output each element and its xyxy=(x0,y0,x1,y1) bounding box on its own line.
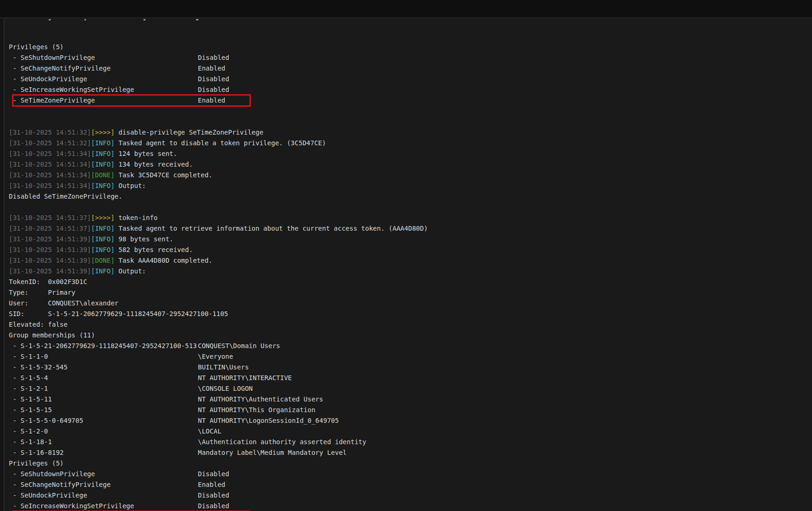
console-line xyxy=(5,202,812,213)
log-tag: [INFO] xyxy=(91,225,115,232)
log-tag: [>>>>] xyxy=(91,214,115,221)
console-line: [31-10-2025 14:51:34][DONE]Task 3C5D47CE… xyxy=(5,170,812,181)
clipped-line-fragments xyxy=(4,19,812,21)
log-tag: [INFO] xyxy=(91,267,115,275)
console-line: SID: S-1-5-21-2062779629-1118245407-2952… xyxy=(5,309,812,319)
log-message: Tasked agent to disable a token privileg… xyxy=(115,139,326,147)
item-value: \LOCAL xyxy=(198,426,222,437)
console-line: - S-1-18-1\Authentication authority asse… xyxy=(5,437,812,447)
console-line: [31-10-2025 14:51:34][INFO]134 bytes rec… xyxy=(5,159,812,170)
console-line: User: CONQUEST\alexander xyxy=(5,298,812,309)
console-line: - SeIncreaseWorkingSetPrivilegeDisabled xyxy=(5,84,812,95)
item-value: Enabled xyxy=(198,63,225,74)
console-line: [31-10-2025 14:51:32][INFO]Tasked agent … xyxy=(5,138,812,149)
output-text: Privileges (5) xyxy=(9,459,64,467)
log-message: 98 bytes sent. xyxy=(115,235,173,243)
console-line: [31-10-2025 14:51:39][INFO]Output: xyxy=(5,266,812,277)
log-message: 134 bytes received. xyxy=(115,161,193,168)
item-value: Mandatory Label\Medium Mandatory Level xyxy=(198,447,347,458)
console-line: Elevated: false xyxy=(5,319,812,330)
log-timestamp: [31-10-2025 14:51:34] xyxy=(9,182,91,189)
log-message: Output: xyxy=(115,267,146,275)
item-name: - S-1-5-32-545 xyxy=(9,362,198,373)
item-name: - SeChangeNotifyPrivilege xyxy=(9,479,198,490)
console-line: [31-10-2025 14:51:34][INFO]124 bytes sen… xyxy=(5,149,812,159)
output-text: Group memberships (11) xyxy=(9,331,95,339)
log-tag: [INFO] xyxy=(91,182,115,189)
log-message: Task 3C5D47CE completed. xyxy=(115,171,213,179)
output-text: User: CONQUEST\alexander xyxy=(9,299,118,307)
console-line: [31-10-2025 14:51:39][INFO]98 bytes sent… xyxy=(5,234,812,245)
item-name: - S-1-5-11 xyxy=(9,394,198,405)
console-output[interactable]: Privileges (5) - SeShutdownPrivilegeDisa… xyxy=(4,19,812,511)
console-line: - S-1-1-0\Everyone xyxy=(5,351,812,362)
log-timestamp: [31-10-2025 14:51:39] xyxy=(9,257,91,264)
item-value: Disabled xyxy=(198,84,229,95)
log-timestamp: [31-10-2025 14:51:34] xyxy=(9,171,91,179)
item-name: - SeUndockPrivilege xyxy=(9,74,198,84)
item-value: BUILTIN\Users xyxy=(198,362,249,373)
log-timestamp: [31-10-2025 14:51:32] xyxy=(9,129,91,136)
console-line: TokenID: 0x002F3D1C xyxy=(5,277,812,287)
log-timestamp: [31-10-2025 14:51:32] xyxy=(9,139,91,147)
item-value: Enabled xyxy=(198,479,225,490)
item-name: - S-1-2-1 xyxy=(9,383,198,394)
log-tag: [INFO] xyxy=(91,150,115,157)
console-line: - S-1-5-21-2062779629-1118245407-2952427… xyxy=(5,341,812,351)
console-line: - S-1-5-15NT AUTHORITY\This Organization xyxy=(5,405,812,415)
output-text: SID: S-1-5-21-2062779629-1118245407-2952… xyxy=(9,310,228,317)
console-line: - S-1-5-5-0-649705NT AUTHORITY\LogonSess… xyxy=(5,415,812,426)
session-title-bar: CONQUEST\alexander@CLIENT01.conquest.loc… xyxy=(0,0,812,18)
item-value: Disabled xyxy=(198,501,229,511)
item-value: NT AUTHORITY\INTERACTIVE xyxy=(198,373,292,383)
item-value: Disabled xyxy=(198,74,229,84)
item-value: \CONSOLE LOGON xyxy=(198,383,253,394)
item-name: - SeIncreaseWorkingSetPrivilege xyxy=(9,84,198,95)
console-line: - S-1-5-32-545BUILTIN\Users xyxy=(5,362,812,373)
log-message: token-info xyxy=(115,214,158,221)
console-line-highlighted: - SeTimeZonePrivilegeEnabled xyxy=(5,95,812,106)
item-name: - S-1-5-15 xyxy=(9,405,198,415)
log-message: Task AAA4D80D completed. xyxy=(115,257,213,264)
item-value: NT AUTHORITY\This Organization xyxy=(198,405,315,415)
console-line: Privileges (5) xyxy=(5,458,812,469)
log-tag: [DONE] xyxy=(91,171,115,179)
item-value: Disabled xyxy=(198,469,229,479)
log-tag: [INFO] xyxy=(91,161,115,168)
item-value: Enabled xyxy=(198,95,225,106)
console-line: - SeUndockPrivilegeDisabled xyxy=(5,490,812,501)
log-message: Output: xyxy=(115,182,146,189)
item-name: - S-1-5-5-0-649705 xyxy=(9,415,198,426)
log-timestamp: [31-10-2025 14:51:39] xyxy=(9,267,91,275)
output-text: Disabled SeTimeZonePrivilege. xyxy=(9,193,122,200)
log-message: 124 bytes sent. xyxy=(115,150,177,157)
log-tag: [DONE] xyxy=(91,257,115,264)
console-line: [31-10-2025 14:51:32][>>>>]disable-privi… xyxy=(5,127,812,138)
log-tag: [INFO] xyxy=(91,235,115,243)
item-name: - S-1-5-4 xyxy=(9,373,198,383)
log-timestamp: [31-10-2025 14:51:34] xyxy=(9,150,91,157)
log-tag: [INFO] xyxy=(91,246,115,253)
output-text: TokenID: 0x002F3D1C xyxy=(9,278,87,285)
item-value: NT AUTHORITY\Authenticated Users xyxy=(198,394,323,405)
console-lines: Privileges (5) - SeShutdownPrivilegeDisa… xyxy=(5,42,812,511)
item-name: - S-1-1-0 xyxy=(9,351,198,362)
console-line: Disabled SeTimeZonePrivilege. xyxy=(5,191,812,202)
console-line: - S-1-2-0\LOCAL xyxy=(5,426,812,437)
console-line: - SeChangeNotifyPrivilegeEnabled xyxy=(5,63,812,74)
console-line: Privileges (5) xyxy=(5,42,812,52)
output-text: Type: Primary xyxy=(9,289,75,296)
item-name: - SeChangeNotifyPrivilege xyxy=(9,63,198,74)
item-name: - SeShutdownPrivilege xyxy=(9,52,198,63)
item-name: - S-1-16-8192 xyxy=(9,447,198,458)
console-line: - SeShutdownPrivilegeDisabled xyxy=(5,469,812,479)
log-message: 582 bytes received. xyxy=(115,246,193,253)
console-line: - SeShutdownPrivilegeDisabled xyxy=(5,52,812,63)
item-name: - SeTimeZonePrivilege xyxy=(9,95,198,106)
output-text: Privileges (5) xyxy=(9,43,64,51)
console-line: [31-10-2025 14:51:37][>>>>]token-info xyxy=(5,213,812,223)
console-line: - S-1-5-4NT AUTHORITY\INTERACTIVE xyxy=(5,373,812,383)
console-line: - SeIncreaseWorkingSetPrivilegeDisabled xyxy=(5,501,812,511)
console-line xyxy=(5,106,812,116)
console-line: [31-10-2025 14:51:37][INFO]Tasked agent … xyxy=(5,223,812,234)
